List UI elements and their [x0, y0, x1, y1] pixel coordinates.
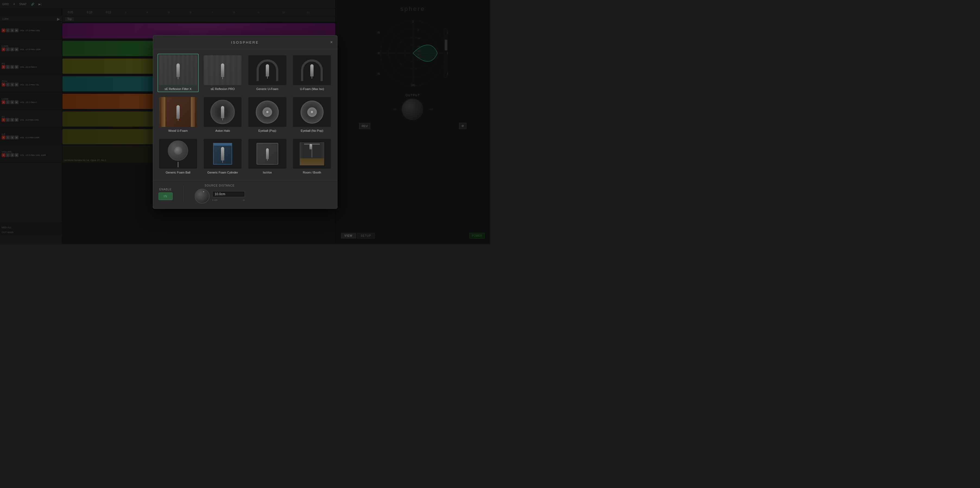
preset-thumbnail-room-booth	[293, 139, 331, 169]
preset-thumbnail-se-reflexion-pro	[204, 55, 242, 85]
preset-item-generic-foam-cylinder[interactable]: Generic Foam Cylinder	[202, 137, 243, 176]
preset-item-u-foam-max-iso[interactable]: U-Foam (Max Iso)	[291, 54, 333, 92]
preset-name-se-reflexion-pro: sE Reflexion PRO	[211, 87, 235, 90]
preset-thumbnail-generic-foam-ball	[159, 139, 197, 169]
distance-min: 1 cm	[212, 199, 218, 201]
preset-item-eyeball-no-pop[interactable]: Eyeball (No Pop)	[291, 95, 333, 134]
preset-thumbnail-generic-foam-cylinder	[204, 139, 242, 169]
preset-thumbnail-u-foam-max-iso	[293, 55, 331, 85]
preset-item-room-booth[interactable]: Room / Booth	[291, 137, 333, 176]
preset-grid: sE Reflexion Filter X sE Reflexion PRO	[153, 49, 337, 180]
modal-header: ISOSPHERE ×	[153, 35, 337, 49]
preset-name-generic-foam-ball: Generic Foam Ball	[165, 171, 190, 174]
preset-thumbnail-isovox	[248, 139, 286, 169]
preset-name-generic-foam-cylinder: Generic Foam Cylinder	[207, 171, 238, 174]
preset-thumbnail-eyeball-no-pop	[293, 97, 331, 127]
isosphere-modal: ISOSPHERE × sE Reflexion Filter X	[153, 35, 337, 209]
preset-name-eyeball-no-pop: Eyeball (No Pop)	[301, 129, 323, 132]
preset-thumbnail-wood-u-foam	[159, 97, 197, 127]
preset-name-eyeball-pop: Eyeball (Pop)	[258, 129, 276, 132]
preset-item-aston-halo[interactable]: Aston Halo	[202, 95, 243, 134]
preset-thumbnail-eyeball-pop	[248, 97, 286, 127]
distance-range: 1 cm ∞	[212, 199, 245, 201]
preset-name-generic-u-foam: Generic U-Foam	[256, 87, 278, 90]
distance-max: ∞	[243, 199, 245, 201]
modal-title: ISOSPHERE	[231, 40, 259, 44]
divider	[183, 186, 184, 202]
distance-value-container: 10.0cm 1 cm ∞	[212, 191, 245, 201]
preset-thumbnail-se-reflexion-x	[159, 55, 197, 85]
close-button[interactable]: ×	[330, 40, 332, 44]
preset-item-se-reflexion-pro[interactable]: sE Reflexion PRO	[202, 54, 243, 92]
preset-name-aston-halo: Aston Halo	[215, 129, 230, 132]
preset-item-eyeball-pop[interactable]: Eyeball (Pop)	[247, 95, 288, 134]
preset-name-isovox: IsoVox	[263, 171, 272, 174]
modal-bottom: ENABLE IN SOURCE DISTANCE 10.0cm 1 cm ∞	[153, 180, 337, 208]
preset-name-wood-u-foam: Wood U-Foam	[168, 129, 188, 132]
preset-item-generic-foam-ball[interactable]: Generic Foam Ball	[158, 137, 199, 176]
enable-section: ENABLE IN	[159, 188, 173, 200]
preset-item-isovox[interactable]: IsoVox	[247, 137, 288, 176]
distance-knob[interactable]	[195, 189, 210, 204]
preset-name-u-foam-max-iso: U-Foam (Max Iso)	[300, 87, 324, 90]
distance-section: SOURCE DISTANCE 10.0cm 1 cm ∞	[195, 184, 245, 204]
preset-name-room-booth: Room / Booth	[303, 171, 321, 174]
enable-label: ENABLE	[159, 188, 172, 191]
preset-item-se-reflexion-x[interactable]: sE Reflexion Filter X	[158, 54, 199, 92]
distance-value: 10.0cm	[212, 191, 245, 197]
preset-thumbnail-aston-halo	[204, 97, 242, 127]
enable-button[interactable]: IN	[159, 192, 173, 200]
modal-overlay: ISOSPHERE × sE Reflexion Filter X	[0, 0, 490, 244]
preset-item-generic-u-foam[interactable]: Generic U-Foam	[247, 54, 288, 92]
source-distance-label: SOURCE DISTANCE	[205, 184, 235, 187]
preset-name-se-reflexion-x: sE Reflexion Filter X	[164, 87, 192, 90]
preset-thumbnail-generic-u-foam	[248, 55, 286, 85]
preset-item-wood-u-foam[interactable]: Wood U-Foam	[158, 95, 199, 134]
distance-controls: 10.0cm 1 cm ∞	[195, 189, 245, 204]
